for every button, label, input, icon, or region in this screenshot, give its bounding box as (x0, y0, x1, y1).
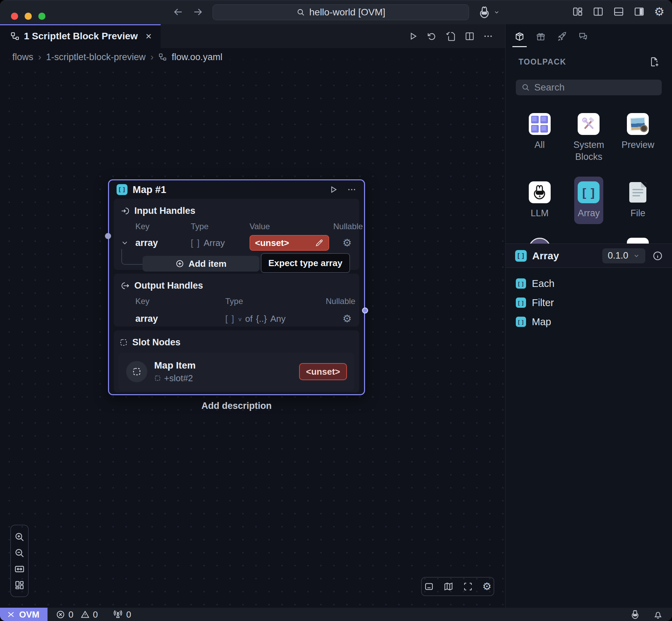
split-horizontal-icon[interactable] (613, 6, 624, 17)
error-count: 0 (68, 609, 73, 620)
titlebar: hello-world [OVM] ⚙ (0, 0, 672, 24)
zoom-window-button[interactable] (38, 13, 45, 20)
bunny-mascot-icon[interactable] (630, 609, 641, 620)
right-panel-icon[interactable] (634, 6, 645, 17)
node-title: Map #1 (133, 184, 323, 195)
output-connection-handle[interactable] (362, 307, 368, 314)
input-connection-handle[interactable] (105, 233, 111, 239)
edit-pencil-icon[interactable] (315, 238, 324, 247)
fit-view-icon[interactable] (463, 581, 473, 592)
list-item-label: Filter (532, 297, 554, 308)
close-window-button[interactable] (11, 13, 18, 20)
tool-all[interactable]: All (525, 108, 554, 168)
info-icon[interactable] (652, 250, 663, 261)
canvas-settings-gear-icon[interactable]: ⚙ (482, 581, 492, 592)
fit-width-icon[interactable] (14, 564, 25, 575)
new-toolpack-icon[interactable] (649, 56, 660, 67)
input-type: Array (204, 238, 225, 248)
add-item-button[interactable]: Add item (143, 256, 259, 272)
column-key: Key (135, 222, 191, 231)
assistant-menu[interactable] (477, 5, 500, 19)
search-icon (296, 8, 305, 17)
tab-scriptlet-block-preview[interactable]: 1 Scriptlet Block Preview × (0, 24, 161, 48)
zoom-out-icon[interactable] (14, 548, 25, 558)
tab-rocket-icon[interactable] (555, 28, 568, 45)
ovm-remote-button[interactable]: OVM (0, 608, 48, 621)
dashed-slot-icon (154, 375, 161, 382)
breadcrumb-item-file[interactable]: flow.oo.yaml (172, 52, 223, 63)
sidebar-tabs (506, 24, 672, 49)
arrange-layout-icon[interactable] (14, 580, 25, 591)
forward-icon[interactable] (192, 6, 203, 17)
breadcrumb-item-flows[interactable]: flows (12, 52, 33, 63)
add-description-button[interactable]: Add description (108, 401, 365, 411)
array-bracket-icon: [ ] (578, 181, 600, 203)
slot-card-map-item[interactable]: Map Item +slot#2 <unset> (119, 353, 354, 391)
tool-preview[interactable]: Preview (618, 108, 658, 168)
back-icon[interactable] (173, 6, 184, 17)
errors-status[interactable]: 0 (56, 609, 73, 620)
llm-fox-icon (529, 181, 551, 203)
tab-gift-icon[interactable] (534, 28, 547, 45)
panel-bottom-icon[interactable] (424, 581, 434, 592)
output-type-of: of (245, 314, 253, 324)
input-value-unset-badge[interactable]: <unset> (250, 235, 329, 251)
output-settings-gear-icon[interactable]: ⚙ (342, 314, 359, 324)
slot-unset-value: <unset> (306, 367, 340, 377)
list-item-filter[interactable]: [ ] Filter (506, 293, 672, 312)
run-icon[interactable] (408, 31, 418, 41)
minimize-window-button[interactable] (25, 13, 32, 20)
search-input[interactable] (534, 82, 658, 93)
tool-array-selected[interactable]: [ ] Array (574, 177, 603, 224)
slot-unset-badge[interactable]: <unset> (299, 363, 347, 380)
list-item-map[interactable]: [ ] Map (506, 312, 672, 331)
version-dropdown[interactable]: 0.1.0 (602, 248, 645, 263)
flow-icon (158, 53, 167, 61)
map-node[interactable]: [ ] Map #1 Input Handles (108, 179, 365, 395)
flow-canvas[interactable]: flows › 1-scriptlet-block-preview › flow… (0, 48, 505, 608)
input-handle-icon (121, 206, 130, 216)
layout-columns-icon[interactable] (572, 6, 583, 17)
tool-grid: All System Blocks Preview LLM [ ] Array (515, 108, 662, 264)
tool-llm[interactable]: LLM (525, 177, 554, 224)
zoom-in-icon[interactable] (14, 532, 25, 542)
array-bracket-icon: [ ] (516, 278, 526, 289)
notifications-bell-icon[interactable] (653, 609, 663, 620)
minimap-icon[interactable] (443, 581, 454, 592)
command-search-bar[interactable]: hello-world [OVM] (213, 4, 469, 20)
list-item-label: Each (532, 278, 554, 289)
array-bracket-icon: [ ] (225, 314, 235, 324)
split-editor-icon[interactable] (465, 31, 475, 41)
run-node-icon[interactable] (328, 185, 338, 194)
split-vertical-icon[interactable] (593, 6, 604, 17)
workspace-name: hello-world [OVM] (309, 7, 386, 18)
toolpack-search[interactable] (516, 80, 662, 95)
list-item-each[interactable]: [ ] Each (506, 274, 672, 293)
collapse-chevron-icon[interactable] (121, 239, 129, 247)
chevron-down-icon (494, 9, 500, 15)
array-bracket-icon: [ ] (516, 317, 526, 327)
node-menu-icon[interactable] (347, 185, 357, 194)
tool-file[interactable]: File (623, 177, 652, 224)
slot-nodes-section: Slot Nodes Map Item +slot#2 (114, 330, 359, 392)
more-actions-icon[interactable] (483, 31, 493, 41)
breadcrumb-item-folder[interactable]: 1-scriptlet-block-preview (46, 52, 146, 63)
tool-system-blocks[interactable]: System Blocks (564, 108, 614, 168)
tab-comments-icon[interactable] (577, 28, 590, 45)
warning-count: 0 (93, 609, 98, 620)
export-file-icon[interactable] (445, 31, 456, 42)
tool-label: Preview (621, 139, 654, 151)
input-settings-gear-icon[interactable]: ⚙ (342, 238, 359, 248)
tab-toolpack-package-icon[interactable] (513, 28, 526, 45)
toolpack-title: TOOLPACK (519, 57, 566, 67)
replay-icon[interactable] (426, 31, 437, 42)
version-value: 0.1.0 (608, 250, 628, 261)
ovm-label: OVM (19, 609, 39, 620)
warnings-status[interactable]: 0 (80, 609, 98, 620)
settings-gear-icon[interactable]: ⚙ (654, 6, 664, 17)
close-tab-icon[interactable]: × (146, 30, 152, 42)
canvas-view-toolbar: ⚙ (421, 577, 494, 596)
column-nullable: Nullable (326, 296, 364, 306)
broadcast-status[interactable]: 0 (113, 609, 131, 620)
array-bracket-icon: [ ] (191, 238, 200, 248)
